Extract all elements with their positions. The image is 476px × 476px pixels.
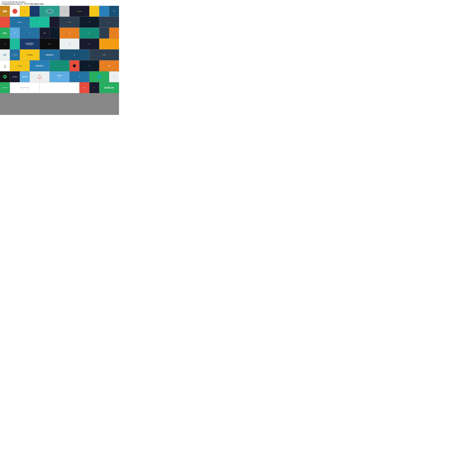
tile-blue-dark2[interactable]: GIOMA GIOMAS cioma toioma toiomas ои ои …: [20, 38, 39, 49]
tile-collage-right[interactable]: ▦▦▦: [89, 50, 119, 60]
tile-city2[interactable]: [50, 28, 59, 38]
tile-blue-hum[interactable]: Ekimmoon...e oi oi oiit te ad oddeoo: [10, 50, 20, 60]
app-grid: ▦▦▦▦▦▦▦▦ 🚕taxi A ≡≡≡ ɓ opawa 🟡 ▦▦ 🎨 mant…: [0, 6, 119, 115]
tile-iceland[interactable]: 🗺: [10, 28, 20, 38]
svg-point-5: [39, 78, 40, 79]
tile-orange-city[interactable]: 🏙: [60, 28, 79, 38]
tile-yellow-box[interactable]: 🟡: [89, 6, 99, 17]
tile-teal-paint[interactable]: 🖌: [30, 17, 50, 28]
tile-yellow-main[interactable]: ✦ sdiaco: [20, 50, 39, 60]
tile-white-bottom: En.en. Po. tig. /: [10, 82, 39, 93]
tile-dark-record[interactable]: [0, 71, 10, 82]
tile-collage2[interactable]: ▦▦: [99, 60, 119, 71]
tile-white-room[interactable]: 🖥: [60, 38, 79, 49]
tile-dark-equip[interactable]: 📷: [99, 17, 119, 28]
svg-marker-4: [38, 74, 42, 78]
tile-colorful[interactable]: 🎨: [0, 17, 10, 28]
header-line2: rd Ripptnonnued ot Ape Se – S!S:CS App A…: [1, 3, 118, 5]
tile-teal-right[interactable]: [99, 6, 109, 17]
tile-orange-collage[interactable]: [109, 28, 119, 38]
tile-red-btn[interactable]: [69, 60, 79, 71]
tile-empty-bottom: [40, 82, 79, 93]
tile-green-text[interactable]: naly.: [0, 28, 10, 38]
tile-dark-drama[interactable]: ɓ opawa: [60, 17, 79, 28]
tile-dark-blue1[interactable]: A: [30, 6, 39, 17]
tile-red-circle[interactable]: [10, 6, 20, 17]
tile-triangle[interactable]: [30, 71, 50, 82]
tile-dark-collage[interactable]: [99, 28, 109, 38]
tile-red-small[interactable]: ▦: [80, 82, 89, 93]
tile-orange-yellow[interactable]: [99, 38, 119, 49]
tile-yellow-taxi[interactable]: 🚕taxi: [20, 6, 30, 17]
tile-blue-paint[interactable]: 🎨: [20, 28, 39, 38]
tile-scene-blue[interactable]: 🌊: [60, 50, 89, 60]
tile-green-bottom: io 3ñnps: [0, 82, 10, 93]
tile-blue-art[interactable]: manthon: [10, 17, 30, 28]
tile-dark-bar[interactable]: lont: [40, 28, 50, 38]
tile-teal-eye[interactable]: [40, 6, 59, 17]
tile-white-end[interactable]: olla: [109, 71, 119, 82]
tile-teal-shop[interactable]: 🏪: [80, 28, 99, 38]
tile-black-left[interactable]: ●: [0, 38, 10, 49]
tile-yellow-big[interactable]: ✦ sdiaco: [10, 60, 30, 71]
tile-dark-text2[interactable]: ▦▦▦: [80, 38, 99, 49]
page-header: e We rEsendrtenll Alp' Revedurt:. rd Rip…: [0, 0, 119, 6]
tile-green-big[interactable]: 🌐: [89, 71, 109, 82]
tile-tuin[interactable]: TUIN II. Λf o: [50, 71, 69, 82]
tile-white-card[interactable]: tis: [0, 50, 10, 60]
tile-blue-riz2[interactable]: RIZUESC: [30, 60, 50, 71]
tile-dark-text[interactable]: ɓ opawa: [69, 6, 89, 17]
tile-green-gold[interactable]: Gold Un: [99, 82, 119, 93]
svg-point-3: [49, 11, 50, 12]
tile-ovo[interactable]: ovo pcs: [10, 71, 20, 82]
tile-dark-space[interactable]: [50, 17, 59, 28]
tile-blue-screen[interactable]: 🖥: [69, 71, 89, 82]
tile-dark-scene[interactable]: 🌃: [80, 60, 99, 71]
tile-gray-tools[interactable]: ≡≡≡: [60, 6, 69, 17]
tile-teal-scene[interactable]: 🌿: [10, 38, 20, 49]
tile-dark-pattern[interactable]: ▨▨▨: [40, 38, 59, 49]
tile-light-blue[interactable]: ΛΌ W: [20, 71, 30, 82]
tile-acca[interactable]: 🍃 acca: [0, 60, 10, 71]
tile-scene-col[interactable]: 🌿: [50, 60, 69, 71]
tile-blue-riz[interactable]: RIZUESC: [40, 50, 59, 60]
tile-blue-right2[interactable]: ▦▦: [109, 6, 119, 17]
tile-orange-book[interactable]: ▦▦▦▦▦▦▦▦: [0, 6, 10, 17]
header-line1: e We rEsendrtenll Alp' Revedurt:.: [1, 1, 118, 3]
tile-dark-small[interactable]: ▦: [89, 82, 99, 93]
tile-citynight[interactable]: 🌃: [80, 17, 99, 28]
